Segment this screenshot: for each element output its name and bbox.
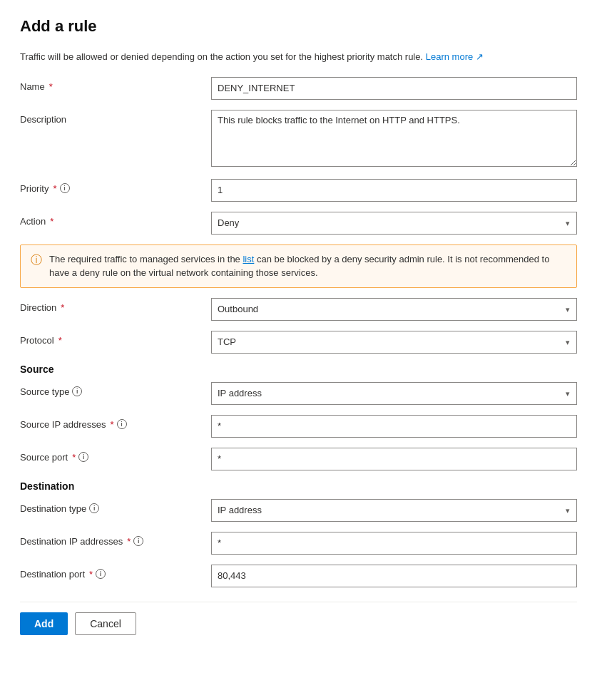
direction-field-wrapper: Outbound Inbound ▾ xyxy=(211,298,577,321)
direction-required: * xyxy=(61,302,64,313)
source-ip-row: Source IP addresses * i xyxy=(20,415,577,438)
name-field-wrapper xyxy=(211,77,577,100)
add-button[interactable]: Add xyxy=(20,612,68,635)
priority-row: Priority * i xyxy=(20,179,577,202)
warning-text: The required traffic to managed services… xyxy=(49,252,566,280)
direction-select-wrapper: Outbound Inbound ▾ xyxy=(211,298,577,321)
source-ip-input[interactable] xyxy=(211,415,577,438)
source-type-field-wrapper: IP address Service tag ▾ xyxy=(211,382,577,405)
direction-row: Direction * Outbound Inbound ▾ xyxy=(20,298,577,321)
source-ip-label: Source IP addresses * i xyxy=(20,415,211,430)
direction-label: Direction * xyxy=(20,298,211,313)
priority-field-wrapper xyxy=(211,179,577,202)
source-port-label: Source port * i xyxy=(20,448,211,463)
description-label: Description xyxy=(20,110,211,125)
source-type-select-wrapper: IP address Service tag ▾ xyxy=(211,382,577,405)
source-ip-field-wrapper xyxy=(211,415,577,438)
destination-type-field-wrapper: IP address Service tag ▾ xyxy=(211,499,577,522)
protocol-select-wrapper: TCP UDP Any ICMP ▾ xyxy=(211,331,577,354)
name-input[interactable] xyxy=(211,77,577,100)
protocol-label: Protocol * xyxy=(20,331,211,346)
source-port-row: Source port * i xyxy=(20,448,577,470)
name-label: Name * xyxy=(20,77,211,92)
name-required: * xyxy=(49,81,53,92)
description-field-wrapper xyxy=(211,110,577,169)
destination-type-info-icon[interactable]: i xyxy=(89,503,99,513)
destination-port-label: Destination port * i xyxy=(20,565,211,580)
page-title: Add a rule xyxy=(20,17,577,36)
name-row: Name * xyxy=(20,77,577,100)
warning-banner: ⓘ The required traffic to managed servic… xyxy=(20,245,577,288)
button-row: Add Cancel xyxy=(20,602,577,635)
description-row: Description xyxy=(20,110,577,169)
action-row: Action * Deny Allow AlwaysAllow ▾ xyxy=(20,212,577,235)
source-port-required: * xyxy=(72,452,76,463)
source-port-input[interactable] xyxy=(211,448,577,470)
destination-type-label: Destination type i xyxy=(20,499,211,514)
action-select[interactable]: Deny Allow AlwaysAllow xyxy=(211,212,577,235)
destination-type-select[interactable]: IP address Service tag xyxy=(211,499,577,522)
source-type-row: Source type i IP address Service tag ▾ xyxy=(20,382,577,405)
action-label: Action * xyxy=(20,212,211,227)
learn-more-link[interactable]: Learn more ↗ xyxy=(426,51,484,62)
source-section-header: Source xyxy=(20,364,577,375)
destination-ip-field-wrapper xyxy=(211,532,577,555)
action-field-wrapper: Deny Allow AlwaysAllow ▾ xyxy=(211,212,577,235)
warning-list-link[interactable]: list xyxy=(243,254,254,264)
protocol-row: Protocol * TCP UDP Any ICMP ▾ xyxy=(20,331,577,354)
destination-port-input[interactable] xyxy=(211,565,577,587)
cancel-button[interactable]: Cancel xyxy=(75,612,136,635)
protocol-field-wrapper: TCP UDP Any ICMP ▾ xyxy=(211,331,577,354)
destination-ip-required: * xyxy=(127,536,131,547)
destination-ip-info-icon[interactable]: i xyxy=(133,536,143,546)
destination-ip-label: Destination IP addresses * i xyxy=(20,532,211,547)
protocol-select[interactable]: TCP UDP Any ICMP xyxy=(211,331,577,354)
destination-type-select-wrapper: IP address Service tag ▾ xyxy=(211,499,577,522)
intro-text: Traffic will be allowed or denied depend… xyxy=(20,50,577,64)
priority-input[interactable] xyxy=(211,179,577,202)
priority-info-icon[interactable]: i xyxy=(60,183,70,193)
external-link-icon: ↗ xyxy=(476,51,484,62)
protocol-required: * xyxy=(58,335,62,346)
destination-port-row: Destination port * i xyxy=(20,565,577,587)
destination-section-header: Destination xyxy=(20,480,577,492)
priority-label: Priority * i xyxy=(20,179,211,194)
action-select-wrapper: Deny Allow AlwaysAllow ▾ xyxy=(211,212,577,235)
source-port-info-icon[interactable]: i xyxy=(78,452,88,462)
source-port-field-wrapper xyxy=(211,448,577,470)
destination-port-field-wrapper xyxy=(211,565,577,587)
description-input[interactable] xyxy=(211,110,577,167)
destination-port-info-icon[interactable]: i xyxy=(96,569,106,579)
destination-port-required: * xyxy=(89,569,93,580)
source-type-label: Source type i xyxy=(20,382,211,397)
priority-required: * xyxy=(53,183,56,194)
destination-type-row: Destination type i IP address Service ta… xyxy=(20,499,577,522)
direction-select[interactable]: Outbound Inbound xyxy=(211,298,577,321)
action-required: * xyxy=(50,216,53,227)
destination-ip-input[interactable] xyxy=(211,532,577,555)
source-type-info-icon[interactable]: i xyxy=(72,386,82,396)
warning-icon: ⓘ xyxy=(31,253,42,268)
destination-ip-row: Destination IP addresses * i xyxy=(20,532,577,555)
source-ip-required: * xyxy=(110,419,113,430)
source-type-select[interactable]: IP address Service tag xyxy=(211,382,577,405)
source-ip-info-icon[interactable]: i xyxy=(117,419,127,429)
